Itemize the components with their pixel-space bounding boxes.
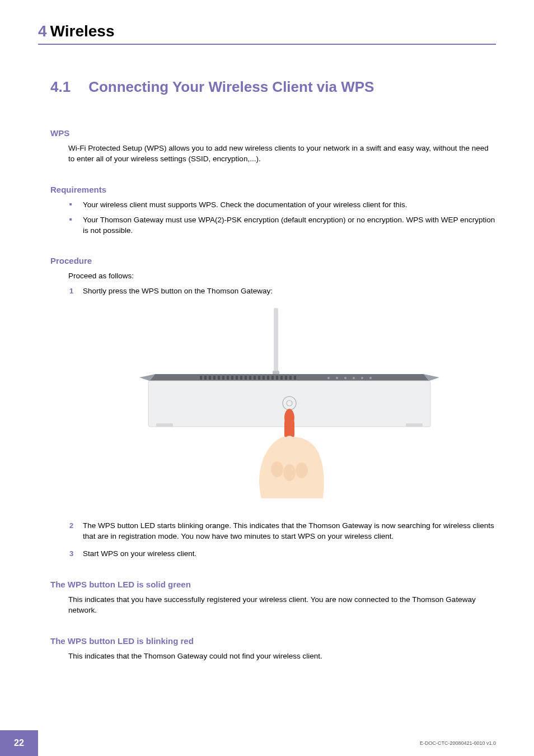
- svg-rect-43: [284, 436, 294, 446]
- red-text: This indicates that the Thomson Gateway …: [68, 651, 496, 662]
- step-text: The WPS button LED starts blinking orang…: [83, 521, 494, 540]
- wps-text: Wi-Fi Protected Setup (WPS) allows you t…: [68, 143, 496, 165]
- section-title: 4.1Connecting Your Wireless Client via W…: [50, 78, 496, 96]
- red-block: The WPS button LED is blinking red This …: [38, 636, 496, 662]
- svg-point-32: [369, 377, 372, 379]
- svg-rect-7: [209, 376, 211, 380]
- svg-point-28: [336, 377, 338, 379]
- svg-point-30: [353, 377, 355, 379]
- svg-rect-10: [222, 376, 224, 380]
- svg-point-27: [327, 377, 330, 379]
- procedure-block: Procedure Proceed as follows: 1Shortly p…: [38, 256, 496, 559]
- svg-rect-21: [271, 376, 274, 380]
- procedure-steps: 1Shortly press the WPS button on the Tho…: [68, 286, 496, 559]
- step-2: 2The WPS button LED starts blinking oran…: [68, 521, 496, 542]
- section-number: 4.1: [50, 78, 71, 95]
- requirements-block: Requirements Your wireless client must s…: [38, 185, 496, 236]
- svg-rect-13: [236, 376, 238, 380]
- chapter-name: Wireless: [50, 22, 115, 40]
- green-block: The WPS button LED is solid green This i…: [38, 580, 496, 616]
- chapter-title: 4Wireless: [38, 22, 496, 40]
- svg-rect-34: [156, 423, 173, 427]
- procedure-intro: Proceed as follows:: [68, 271, 496, 282]
- svg-point-29: [344, 377, 346, 379]
- list-item: Your Thomson Gateway must use WPA(2)-PSK…: [68, 215, 496, 236]
- svg-rect-24: [285, 376, 287, 380]
- svg-point-31: [361, 377, 363, 379]
- svg-rect-11: [227, 376, 229, 380]
- procedure-heading: Procedure: [50, 256, 496, 265]
- svg-rect-20: [267, 376, 269, 380]
- section-name: Connecting Your Wireless Client via WPS: [88, 78, 374, 95]
- svg-point-40: [271, 461, 283, 477]
- svg-rect-26: [294, 376, 296, 380]
- chapter-number: 4: [38, 22, 47, 40]
- svg-rect-19: [263, 376, 265, 380]
- page-number: 22: [0, 730, 38, 756]
- red-heading: The WPS button LED is blinking red: [50, 636, 496, 646]
- svg-point-42: [296, 463, 308, 478]
- step-3: 3Start WPS on your wireless client.: [68, 549, 496, 559]
- chapter-header: 4Wireless: [38, 22, 496, 45]
- svg-rect-15: [245, 376, 247, 380]
- wps-heading: WPS: [50, 128, 496, 138]
- list-item: Your wireless client must supports WPS. …: [68, 200, 496, 211]
- requirements-heading: Requirements: [50, 185, 496, 194]
- svg-rect-22: [276, 376, 278, 380]
- svg-rect-0: [274, 308, 278, 375]
- svg-rect-23: [280, 376, 283, 380]
- document-id: E-DOC-CTC-20080421-0010 v1.0: [420, 740, 496, 746]
- svg-rect-14: [240, 376, 242, 380]
- requirements-list: Your wireless client must supports WPS. …: [68, 200, 496, 236]
- router-figure: [83, 308, 496, 510]
- green-text: This indicates that you have successfull…: [68, 595, 496, 616]
- step-text: Shortly press the WPS button on the Thom…: [83, 287, 273, 295]
- svg-rect-35: [406, 423, 423, 427]
- step-text: Start WPS on your wireless client.: [83, 549, 196, 558]
- wps-block: WPS Wi-Fi Protected Setup (WPS) allows y…: [38, 128, 496, 165]
- green-heading: The WPS button LED is solid green: [50, 580, 496, 589]
- svg-point-41: [283, 464, 296, 481]
- svg-rect-6: [204, 376, 207, 380]
- svg-rect-18: [258, 376, 260, 380]
- svg-rect-9: [218, 376, 220, 380]
- svg-rect-16: [249, 376, 251, 380]
- svg-rect-17: [254, 376, 256, 380]
- svg-rect-5: [200, 376, 202, 380]
- svg-rect-25: [289, 376, 292, 380]
- svg-rect-8: [213, 376, 216, 380]
- svg-rect-12: [231, 376, 233, 380]
- page-footer: 22 E-DOC-CTC-20080421-0010 v1.0: [0, 722, 534, 756]
- step-1: 1Shortly press the WPS button on the Tho…: [68, 286, 496, 510]
